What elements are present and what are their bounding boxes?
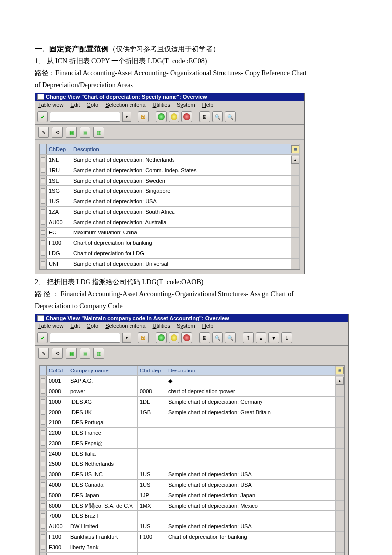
cell-chrt-dep[interactable]: LDG: [138, 553, 166, 555]
table-row[interactable]: 2000IDES UK1GBSample chart of depreciati…: [40, 407, 344, 417]
table-row[interactable]: 2300IDES Espa馻: [40, 438, 344, 449]
cancel-button[interactable]: [181, 111, 192, 122]
cell-description[interactable]: Sample chart of depreciation: Comm. Inde…: [71, 165, 291, 175]
cell-description[interactable]: Sample chart of depreciation: Universal: [71, 259, 291, 269]
scrollbar-cell[interactable]: [291, 207, 300, 217]
row-selector[interactable]: [40, 228, 47, 237]
table-row[interactable]: 5000IDES Japan1JPSample chart of depreci…: [40, 490, 344, 501]
back-button[interactable]: [156, 111, 167, 122]
scrollbar-cell[interactable]: [336, 428, 344, 438]
table-row[interactable]: 7000IDES Brazil: [40, 511, 344, 521]
col-description[interactable]: Description: [166, 366, 336, 375]
menu-selection[interactable]: Selection criteria: [105, 323, 145, 329]
cell-chrt-dep[interactable]: 1DE: [138, 397, 166, 407]
cell-cocd[interactable]: 3000: [47, 469, 68, 479]
scrollbar-cell[interactable]: [336, 417, 344, 427]
change-button[interactable]: ✎: [38, 127, 49, 138]
other-button[interactable]: ⟲: [52, 127, 63, 138]
exit-button[interactable]: [169, 111, 179, 122]
cell-chrt-dep[interactable]: 0008: [138, 386, 166, 396]
cell-description[interactable]: Chart of depreciation for LDG: [71, 248, 291, 258]
row-selector[interactable]: [40, 428, 47, 438]
table-row[interactable]: F100Chart of depreciation for banking: [40, 238, 300, 248]
cell-company-name[interactable]: liberty Bank: [68, 542, 138, 552]
grid-2[interactable]: CoCd Company name Chrt dep Description ▦…: [39, 365, 345, 555]
cell-chrt-dep[interactable]: [138, 459, 166, 469]
menu-goto[interactable]: Goto: [87, 323, 98, 329]
findnext-button[interactable]: 🔍: [225, 332, 236, 343]
table-row[interactable]: 4000IDES Canada1USSample chart of deprec…: [40, 480, 344, 490]
scroll-up-icon[interactable]: ▴: [291, 156, 299, 164]
cell-chrt-dep[interactable]: 1US: [138, 521, 166, 531]
cell-description[interactable]: Sample chart of depreciation: South Afri…: [71, 207, 291, 217]
cell-description[interactable]: Chart of depreciation for banking: [71, 238, 291, 248]
cell-chrt-dep[interactable]: 1US: [138, 469, 166, 479]
cell-description[interactable]: Sample chart of depreciation: Japan: [166, 490, 336, 500]
scrollbar-cell[interactable]: [336, 532, 344, 542]
cell-company-name[interactable]: IDES France: [68, 428, 138, 438]
cell-company-name[interactable]: Bankhaus Frankfurt: [68, 532, 138, 542]
table-row[interactable]: 2500IDES Netherlands: [40, 459, 344, 469]
cell-cocd[interactable]: 2200: [47, 428, 68, 438]
table-row[interactable]: 2100IDES Portugal: [40, 417, 344, 428]
menu-help[interactable]: Help: [202, 102, 214, 108]
cell-cocd[interactable]: F100: [47, 532, 68, 542]
grid-1-header[interactable]: ChDep Descrption ▦: [40, 144, 300, 155]
save-button[interactable]: 🖫: [138, 111, 149, 122]
find-button[interactable]: 🔍: [212, 111, 223, 122]
command-dropdown[interactable]: ▾: [122, 333, 131, 343]
cell-chdep[interactable]: AU00: [47, 217, 71, 227]
col-config-icon[interactable]: ▦: [291, 144, 300, 154]
scrollbar-cell[interactable]: [336, 459, 344, 469]
cell-cocd[interactable]: 1000: [47, 397, 68, 407]
cell-chdep[interactable]: EC: [47, 228, 71, 237]
col-config-icon[interactable]: ▦: [336, 366, 344, 375]
exit-button[interactable]: [169, 332, 179, 343]
scrollbar-cell[interactable]: [291, 176, 300, 185]
cell-description[interactable]: Sample chart of depreciation: Great Brit…: [166, 407, 336, 417]
col-chdep[interactable]: ChDep: [47, 144, 71, 154]
cell-chrt-dep[interactable]: [138, 417, 166, 427]
row-selector[interactable]: [40, 386, 47, 396]
menu-system[interactable]: System: [177, 323, 195, 329]
cell-description[interactable]: Sample chart of depreciation: Germany: [166, 397, 336, 407]
cell-cocd[interactable]: 0001: [47, 376, 68, 386]
cell-company-name[interactable]: IDES Japan: [68, 490, 138, 500]
menubar-2[interactable]: Table view Edit Goto Selection criteria …: [35, 322, 348, 330]
scrollbar-cell[interactable]: [291, 248, 300, 258]
row-selector[interactable]: [40, 207, 47, 217]
table-row[interactable]: 0001SAP A.G.◆▴: [40, 376, 344, 386]
menu-goto[interactable]: Goto: [87, 102, 98, 108]
cell-description[interactable]: ◆: [166, 376, 336, 386]
row-selector[interactable]: [40, 469, 47, 479]
scroll-up-icon[interactable]: ▴: [336, 377, 344, 385]
scrollbar-cell[interactable]: [336, 501, 344, 510]
row-selector[interactable]: [40, 186, 47, 196]
table-row[interactable]: 1SESample chart of depreciation: Sweden: [40, 176, 300, 186]
row-selector[interactable]: [40, 376, 47, 386]
cell-description[interactable]: Sample chart of depreciation: Mexico: [166, 501, 336, 510]
cell-chdep[interactable]: 1ZA: [47, 207, 71, 217]
table-row[interactable]: 0008power0008chart of depreciation :powe…: [40, 386, 344, 397]
row-selector[interactable]: [40, 238, 47, 248]
enter-button[interactable]: ✔: [37, 111, 48, 122]
row-selector[interactable]: [40, 407, 47, 417]
findnext-button[interactable]: 🔍: [225, 111, 236, 122]
cell-description[interactable]: Sample chart of depreciation: USA: [71, 196, 291, 206]
cell-company-name[interactable]: IDES UK: [68, 407, 138, 417]
command-field[interactable]: [50, 112, 120, 122]
row-selector[interactable]: [40, 459, 47, 469]
row-selector[interactable]: [40, 217, 47, 227]
scrollbar-cell[interactable]: [336, 521, 344, 531]
scrollbar-cell[interactable]: [336, 542, 344, 552]
table-row[interactable]: 1USSample chart of depreciation: USA: [40, 196, 300, 207]
cell-description[interactable]: [166, 459, 336, 469]
cell-chdep[interactable]: 1RU: [47, 165, 71, 175]
scrollbar-cell[interactable]: [336, 511, 344, 521]
scrollbar-cell[interactable]: [336, 553, 344, 555]
col-chrt-dep[interactable]: Chrt dep: [138, 366, 166, 375]
table-row[interactable]: F300liberty Bank: [40, 542, 344, 553]
scrollbar-cell[interactable]: [336, 490, 344, 500]
table-row[interactable]: ECMaximum valuation: China: [40, 228, 300, 238]
cell-description[interactable]: [166, 438, 336, 448]
